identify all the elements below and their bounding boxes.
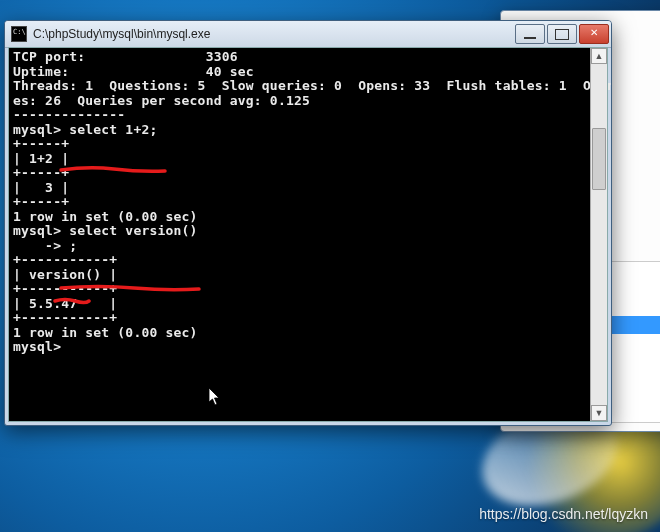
window-controls [515, 24, 609, 44]
close-button[interactable] [579, 24, 609, 44]
terminal-line: +-----------+ [13, 282, 587, 297]
terminal-line: +-----+ [13, 137, 587, 152]
terminal-line: Threads: 1 Questions: 5 Slow queries: 0 … [13, 79, 587, 94]
console-client-area: TCP port: 3306Uptime: 40 secThreads: 1 Q… [8, 47, 608, 422]
scroll-thumb[interactable] [592, 128, 606, 190]
window-title: C:\phpStudy\mysql\bin\mysql.exe [33, 27, 515, 41]
terminal-line: | version() | [13, 268, 587, 283]
maximize-button[interactable] [547, 24, 577, 44]
terminal-line: mysql> [13, 340, 587, 355]
terminal-line: 1 row in set (0.00 sec) [13, 326, 587, 341]
terminal-line: | 5.5.47 | [13, 297, 587, 312]
terminal-line: es: 26 Queries per second avg: 0.125 [13, 94, 587, 109]
terminal-line: | 3 | [13, 181, 587, 196]
title-bar[interactable]: C:\phpStudy\mysql\bin\mysql.exe [5, 21, 611, 48]
terminal-line: mysql> select version() [13, 224, 587, 239]
scroll-up-button[interactable]: ▲ [591, 48, 607, 64]
terminal-output[interactable]: TCP port: 3306Uptime: 40 secThreads: 1 Q… [9, 48, 591, 421]
terminal-line: mysql> select 1+2; [13, 123, 587, 138]
watermark-text: https://blog.csdn.net/lqyzkn [479, 506, 648, 522]
cmd-icon [11, 26, 27, 42]
terminal-line: | 1+2 | [13, 152, 587, 167]
terminal-line: +-----+ [13, 195, 587, 210]
terminal-line: -> ; [13, 239, 587, 254]
terminal-line: TCP port: 3306 [13, 50, 587, 65]
terminal-line: 1 row in set (0.00 sec) [13, 210, 587, 225]
console-window[interactable]: C:\phpStudy\mysql\bin\mysql.exe TCP port… [4, 20, 612, 426]
vertical-scrollbar[interactable]: ▲ ▼ [590, 48, 607, 421]
terminal-line: -------------- [13, 108, 587, 123]
scroll-down-button[interactable]: ▼ [591, 405, 607, 421]
minimize-button[interactable] [515, 24, 545, 44]
terminal-line: +-----------+ [13, 311, 587, 326]
desktop-background: 18:5418:5418:5418:5418:54 C:\phpStudy\my… [0, 0, 660, 532]
terminal-line: +-----+ [13, 166, 587, 181]
terminal-line: +-----------+ [13, 253, 587, 268]
terminal-line: Uptime: 40 sec [13, 65, 587, 80]
